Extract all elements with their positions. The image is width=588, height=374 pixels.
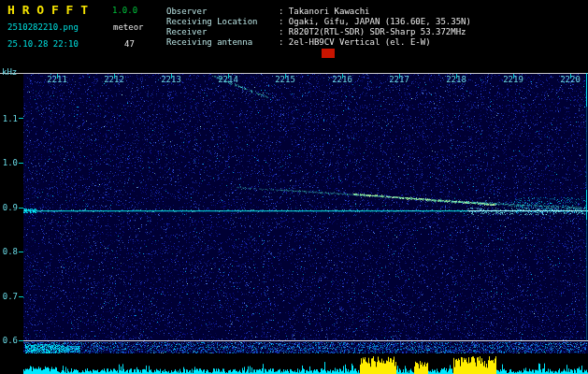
- app-version: 1.0.0: [112, 6, 137, 15]
- y-axis-unit: kHz: [2, 67, 17, 77]
- y-tick-label: 1.0: [0, 158, 18, 167]
- x-tick-label: 2220: [556, 75, 584, 84]
- app-title: H R O F F T: [7, 4, 88, 17]
- mode-label: meteor: [113, 22, 144, 32]
- x-tick-label: 2213: [157, 75, 185, 84]
- location-label: Receiving Location: [166, 17, 258, 26]
- observer-value: : Takanori Kawachi: [279, 7, 370, 16]
- observer-label: Observer: [166, 7, 207, 16]
- receiver-value: : R820T2(RTL-SDR) SDR-Sharp 53.372MHz: [279, 27, 466, 36]
- datetime-label: 25.10.28 22:10: [7, 39, 79, 49]
- spectrogram-canvas: [0, 0, 588, 374]
- x-tick-label: 2219: [499, 75, 527, 84]
- antenna-value: : 2el-HB9CV Vertical (el. E-W): [279, 37, 431, 47]
- y-tick-label: 0.6: [0, 336, 18, 345]
- x-tick-label: 2217: [385, 75, 413, 84]
- x-tick-label: 2211: [43, 75, 71, 84]
- x-tick-label: 2218: [442, 75, 470, 84]
- hrofft-output-window: H R O F F T 1.0.0 2510282210.png meteor …: [0, 0, 588, 374]
- receiver-label: Receiver: [166, 27, 207, 36]
- y-tick-label: 0.7: [0, 292, 18, 301]
- x-tick-label: 2216: [328, 75, 356, 84]
- output-filename: 2510282210.png: [7, 22, 79, 32]
- y-tick-label: 1.1: [0, 114, 18, 123]
- red-marker-block: [322, 49, 335, 58]
- y-tick-label: 0.9: [0, 203, 18, 212]
- x-tick-label: 2215: [271, 75, 299, 84]
- y-tick-label: 0.8: [0, 247, 18, 256]
- echo-count: 47: [124, 39, 135, 49]
- x-tick-label: 2214: [214, 75, 242, 84]
- x-tick-label: 2212: [100, 75, 128, 84]
- antenna-label: Receiving antenna: [166, 37, 252, 47]
- location-value: : Ogaki, Gifu, JAPAN (136.60E, 35.35N): [279, 17, 471, 26]
